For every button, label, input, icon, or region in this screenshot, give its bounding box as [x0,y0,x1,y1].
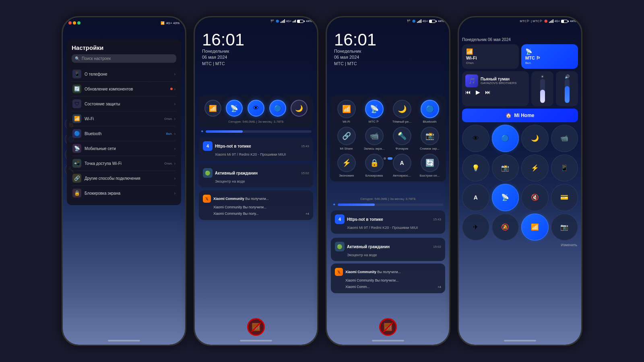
other-conn-icon: 🔗 [72,174,81,183]
notif-xiaomi-3[interactable]: 𝕏 Xiaomi Community Вы получили... Xiaomi… [331,263,445,293]
xiaomi-notif-row-2: Xiaomi Community Вы получили... [203,204,309,210]
toggle-wifi-2[interactable]: 📶 [204,100,221,117]
bluetooth-settings-icon: 🔵 [72,129,81,138]
bluetooth-status: Вкл. [166,132,173,136]
status-dots [68,21,80,25]
settings-item-update[interactable]: 🔄 Обновление компонентов › [72,82,176,97]
notif-text-2: Экоцентр на воде [203,179,309,183]
qs-tile-lock[interactable]: 🔒 Блокировка [362,154,386,177]
cc-tile-net[interactable]: 📡 [492,184,519,211]
cc-tile-light[interactable]: 💡 [462,154,489,182]
cc-tile-nobell[interactable]: 🔕 [492,214,519,241]
other-conn-label: Другие способы подключения [85,176,174,181]
cc-tile-eye[interactable]: 👁 [462,125,489,152]
status-right-1: 📶 4G+ 43% [161,21,180,25]
phone-3: 🏴 🔵 4G+ 44% 16:01 Понедельник 06 мая 202… [326,16,450,346]
cc-tile-mute[interactable]: 🔇 [521,184,549,211]
cc-wifi-card[interactable]: 📶 Wi-Fi Откл. [462,44,519,69]
cc-tile-auto[interactable]: A [462,184,489,211]
cc-change-button[interactable]: Изменить [462,243,578,247]
notif-card-1[interactable]: 4 Https-not в топике 15:43 Xiaomi Mi 9T … [199,137,313,160]
notif-card-3-2[interactable]: 🟢 Активный гражданин 15:02 Экоцентр на в… [331,238,445,261]
mi-home-button[interactable]: 🏠 Mi Home [462,109,578,122]
no-signal-3: 📶 [379,318,397,336]
settings-item-bluetooth[interactable]: 🔵 Bluetooth Вкл. › [72,126,176,141]
home-bar-2[interactable] [240,340,272,341]
carrier-flag-4: МТС🏳 | МТС🏳 [520,19,543,23]
cc-tile-video[interactable]: 📹 [551,125,578,152]
dot-1 [384,157,386,160]
notif-card-3-1[interactable]: 4 Https-not в топике 15:43 Xiaomi Mi 9T … [331,210,445,234]
auto-tile-label: Автояркос... [393,174,411,177]
qs-tile-quick[interactable]: 🔄 Быстрая оп... [417,154,442,177]
settings-item-about[interactable]: 📱 О телефоне › [72,67,176,82]
battery-icon-3 [429,20,437,23]
cc-tile-phone[interactable]: 📱 [551,154,578,182]
cc-tile-bt[interactable]: 🔵 [492,125,519,152]
prev-button[interactable]: ⏮ [465,89,471,95]
qs-tile-mishare[interactable]: 🔗 Mi Share [334,127,359,150]
play-button[interactable]: ▶ [476,89,480,95]
lock-tile-label: Блокировка [365,174,383,177]
cc-volume-card: 🔊 [556,71,578,106]
control-center: Понедельник 06 мая 2024 📶 Wi-Fi Откл. 📡 … [462,29,578,337]
brightness-bar-2[interactable]: ✦ [199,129,313,134]
notif-icon-2: 🟢 [203,168,213,178]
signal-2 [281,19,285,23]
notif-card-2[interactable]: 🟢 Активный гражданин 15:02 Экоцентр на в… [199,164,313,187]
cc-tile-power[interactable]: ⚡ [521,154,549,182]
lockscreen-label: Блокировка экрана [85,191,174,195]
cc-tile-screen[interactable]: 📸 [492,154,519,182]
album-art: 🎵 [465,74,478,87]
battery-tile-icon: ⚡ [337,154,356,172]
quick-tile-icon: 🔄 [421,154,439,172]
home-bar-4[interactable] [504,340,536,341]
settings-item-hotspot[interactable]: 📲 Точка доступа Wi-Fi Откл. › [72,156,176,171]
qs-tile-flashlight[interactable]: 🔦 Фонарик [390,127,414,150]
artist-name: GAYAZOVS BROTHERS [481,81,517,85]
home-bar-1[interactable] [108,340,140,341]
qs-tile-dark[interactable]: 🌙 Тёмный ре... [390,100,414,123]
status-bar-2: 🏴 🔵 4G+ 44% [200,19,312,23]
qs-tile-mts[interactable]: 📡 МТС 🏳 [362,100,386,123]
mobile-net-icon: 📡 [72,144,81,153]
toggle-bt-2[interactable]: 🔵 [269,100,286,117]
home-bar-3[interactable] [372,340,404,341]
carrier-2: МТС | МТС [202,61,225,67]
cc-tile-camera[interactable]: 📷 [551,214,578,241]
settings-item-security[interactable]: 🛡 Состояние защиты › [72,97,176,111]
cc-tile-plane[interactable]: ✈ [462,214,489,241]
qs-tile-bt[interactable]: 🔵 Bluetooth [417,100,442,123]
cc-mts-card[interactable]: 📡 МТС 🏳 Вкл. [521,44,578,69]
settings-item-lockscreen[interactable]: 🔒 Блокировка экрана › [72,186,176,200]
toggle-eye-2[interactable]: 👁 [248,100,264,117]
qs-tile-battery[interactable]: ⚡ Экономия [334,154,359,177]
settings-item-wifi[interactable]: 📶 Wi-Fi Откл. › [72,111,176,126]
settings-item-mobile[interactable]: 📡 Мобильные сети › [72,141,176,156]
quick-toggles-2: 📶 📡 👁 🔵 🌙 Сегодня: 546,0МБ | За месяц: 3… [199,96,313,128]
qs-tile-wifi[interactable]: 📶 Wi-Fi [334,100,359,123]
toggle-mts-2[interactable]: 📡 [226,100,243,117]
qs-tile-screenshot[interactable]: 📸 Снимок экр... [417,127,442,150]
toggle-dark-2[interactable]: 🌙 [291,100,308,117]
volume-bar-cc[interactable] [565,79,570,103]
phone-4: МТС🏳 | МТС🏳 🔴 4G+ 44% Понедельник 06 мая… [458,16,582,346]
cc-tile-signal[interactable]: 📶 [521,214,549,241]
settings-item-other-connections[interactable]: 🔗 Другие способы подключения › [72,171,176,186]
wifi-tile-label: Wi-Fi [343,120,350,123]
qs-tile-auto[interactable]: A Автояркос... [390,154,414,177]
next-button[interactable]: ⏭ [485,89,491,95]
time-3: 16:01 [334,31,376,48]
notif-xiaomi-2[interactable]: 𝕏 Xiaomi Community Вы получили... Xiaomi… [199,190,313,220]
notif-icon-3-1: 4 [335,214,345,224]
brightness-bar-cc[interactable] [540,79,545,103]
cc-tile-card[interactable]: 💳 [551,184,578,211]
settings-search-bar[interactable]: 🔍 Поиск настроек [72,54,176,63]
cc-tile-dark[interactable]: 🌙 [521,125,549,152]
mishare-tile-icon: 🔗 [337,127,356,145]
status-bar-4: МТС🏳 | МТС🏳 🔴 4G+ 44% [464,19,576,23]
brightness-bar-3[interactable]: ✦ [331,202,445,207]
cc-media-card: 🎵 Пьяный туман GAYAZOVS BROTHERS ⏮ ▶ ⏭ [462,71,529,106]
qs-tile-record[interactable]: 📹 Запись экра... [362,127,386,150]
bottom-icon-3: 📶 [379,318,397,336]
